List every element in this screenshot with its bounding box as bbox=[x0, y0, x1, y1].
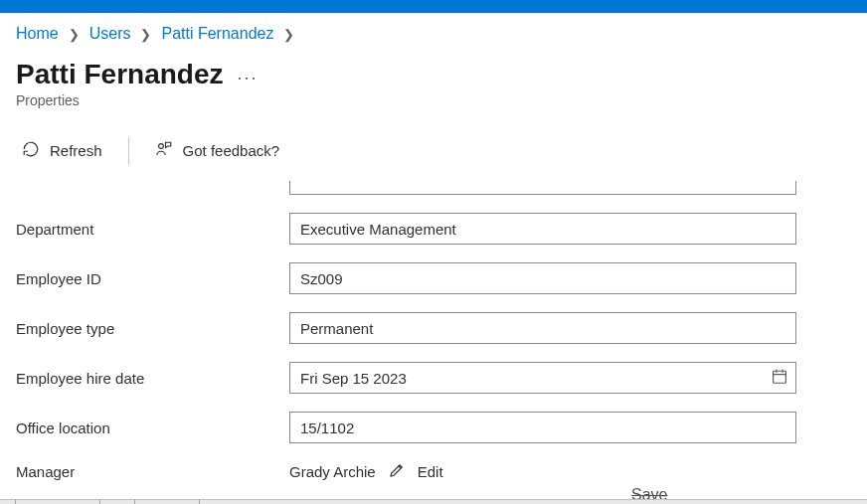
chevron-right-icon: ❯ bbox=[283, 27, 294, 42]
bottom-border bbox=[0, 499, 867, 504]
breadcrumb-current[interactable]: Patti Fernandez bbox=[161, 25, 273, 43]
employee-type-label: Employee type bbox=[16, 320, 289, 337]
svg-point-0 bbox=[158, 144, 163, 149]
breadcrumb: Home ❯ Users ❯ Patti Fernandez ❯ bbox=[16, 13, 851, 51]
employee-id-input[interactable] bbox=[289, 262, 796, 294]
manager-label: Manager bbox=[16, 463, 289, 480]
page-title: Patti Fernandez bbox=[16, 59, 223, 90]
manager-edit-link[interactable]: Edit bbox=[418, 463, 443, 480]
edit-icon[interactable] bbox=[388, 461, 406, 482]
department-input[interactable] bbox=[289, 213, 796, 245]
chevron-right-icon: ❯ bbox=[69, 27, 80, 42]
toolbar: Refresh Got feedback? bbox=[16, 136, 851, 177]
manager-value: Grady Archie bbox=[289, 463, 376, 480]
top-app-bar bbox=[0, 0, 867, 13]
breadcrumb-home[interactable]: Home bbox=[16, 25, 59, 43]
employee-id-label: Employee ID bbox=[16, 270, 289, 287]
department-label: Department bbox=[16, 221, 289, 238]
employee-hire-date-input[interactable] bbox=[289, 362, 796, 394]
refresh-label: Refresh bbox=[50, 142, 102, 159]
person-feedback-icon bbox=[155, 140, 173, 161]
more-actions-icon[interactable]: ··· bbox=[237, 62, 258, 88]
employee-type-input[interactable] bbox=[289, 312, 796, 344]
toolbar-divider bbox=[128, 137, 129, 165]
refresh-button[interactable]: Refresh bbox=[16, 136, 108, 165]
feedback-label: Got feedback? bbox=[183, 142, 280, 159]
office-location-label: Office location bbox=[16, 420, 289, 436]
refresh-icon bbox=[22, 140, 40, 161]
employee-hire-date-label: Employee hire date bbox=[16, 370, 289, 387]
properties-form: Department Employee ID Employee type Emp… bbox=[16, 181, 851, 504]
office-location-input[interactable] bbox=[289, 412, 796, 443]
breadcrumb-users[interactable]: Users bbox=[89, 25, 131, 43]
partial-input-above[interactable] bbox=[289, 181, 796, 195]
page-subtitle: Properties bbox=[16, 92, 851, 108]
chevron-right-icon: ❯ bbox=[140, 27, 151, 42]
feedback-button[interactable]: Got feedback? bbox=[149, 136, 286, 165]
